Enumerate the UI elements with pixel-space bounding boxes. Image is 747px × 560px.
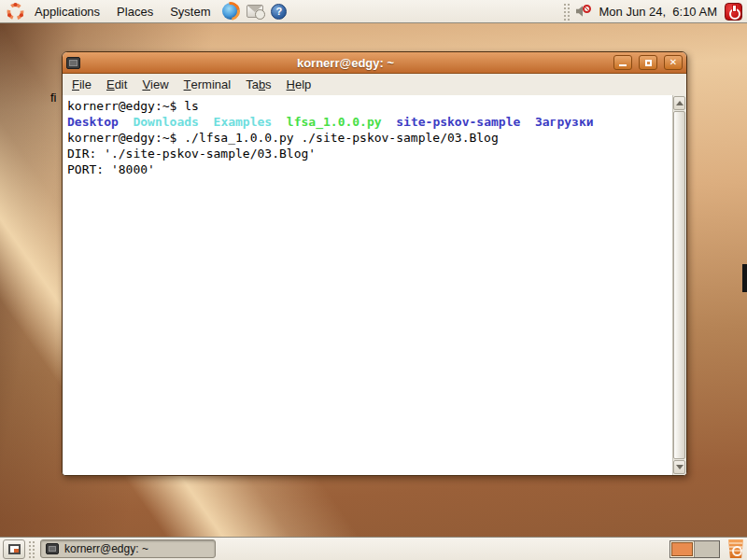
menubar-item-edit[interactable]: Edit (99, 74, 134, 95)
window-title: kornerr@edgy: ~ (84, 56, 607, 70)
menubar-item-view[interactable]: View (134, 74, 176, 95)
workspace-2[interactable] (695, 541, 719, 557)
desktop-icon-label[interactable]: fi (50, 91, 57, 105)
terminal-text-segment: kornerr@edgy:~$ ./lfsa_1.0.0.py ./site-p… (67, 131, 499, 145)
scroll-down-button[interactable] (673, 460, 685, 474)
terminal-text-segment (520, 115, 535, 129)
trash-icon[interactable] (727, 539, 744, 558)
menu-places[interactable]: Places (108, 0, 162, 22)
scroll-up-button[interactable] (673, 96, 685, 110)
show-desktop-icon (8, 544, 21, 554)
quit-power-button[interactable] (725, 3, 742, 21)
terminal-text-segment (199, 115, 214, 129)
close-button[interactable]: ✕ (664, 55, 683, 70)
menubar-item-terminal[interactable]: Terminal (176, 74, 239, 95)
terminal-line: kornerr@edgy:~$ ./lfsa_1.0.0.py ./site-p… (67, 130, 670, 146)
screen-edge-artifact (742, 264, 747, 292)
menubar-item-tabs[interactable]: Tabs (238, 74, 278, 95)
clock[interactable]: Mon Jun 24, 6:10 AM (594, 5, 723, 19)
terminal-text-segment: PORT: '8000' (67, 162, 155, 176)
terminal-text-segment: kornerr@edgy:~$ ls (67, 99, 199, 113)
terminal-text-segment (272, 115, 287, 129)
help-icon[interactable] (271, 4, 287, 20)
terminal-text-segment: lfsa_1.0.0.py (287, 115, 382, 129)
menubar-item-file[interactable]: File (64, 74, 99, 95)
arrow-up-icon (676, 101, 684, 105)
maximize-button[interactable] (639, 55, 657, 70)
menubar-item-help[interactable]: Help (279, 74, 319, 95)
evolution-mail-icon[interactable] (247, 5, 263, 18)
terminal-output[interactable]: kornerr@edgy:~$ lsDesktop Downloads Exam… (63, 95, 672, 475)
workspace-1[interactable] (670, 541, 695, 557)
terminal-text-segment: DIR: './site-pskov-sample/03.Blog' (67, 147, 316, 161)
show-desktop-button[interactable] (3, 539, 25, 559)
menu-system[interactable]: System (162, 0, 218, 22)
menubar: FileEditViewTerminalTabsHelp (63, 74, 686, 95)
volume-muted-icon[interactable] (576, 5, 591, 19)
terminal-line: Desktop Downloads Examples lfsa_1.0.0.py… (67, 114, 670, 130)
terminal-text-segment: site-pskov-sample (396, 115, 520, 129)
taskbar-window-button[interactable]: kornerr@edgy: ~ (40, 539, 216, 558)
terminal-text-segment: Загрузки (535, 115, 594, 129)
terminal-window: kornerr@edgy: ~ ✕ FileEditViewTerminalTa… (62, 51, 687, 476)
menu-applications[interactable]: Applications (26, 0, 108, 22)
terminal-text-segment: Examples (214, 115, 273, 129)
workspace-switcher (669, 540, 720, 558)
terminal-icon (46, 543, 59, 554)
scrollbar[interactable] (672, 95, 686, 475)
terminal-text-segment (382, 115, 397, 129)
applet-drag-handle[interactable] (563, 3, 571, 21)
taskbar-window-label: kornerr@edgy: ~ (64, 542, 148, 555)
arrow-down-icon (676, 465, 684, 469)
bottom-panel: kornerr@edgy: ~ (0, 537, 747, 560)
top-panel: Applications Places System Mon Jun 24, 6… (0, 0, 747, 23)
terminal-line: DIR: './site-pskov-sample/03.Blog' (67, 146, 670, 161)
titlebar[interactable]: kornerr@edgy: ~ ✕ (63, 52, 686, 74)
ubuntu-logo-icon[interactable] (7, 3, 24, 21)
scrollbar-thumb[interactable] (673, 111, 685, 459)
minimize-button[interactable] (613, 55, 632, 70)
terminal-line: kornerr@edgy:~$ ls (67, 98, 670, 114)
terminal-line: PORT: '8000' (67, 161, 670, 177)
firefox-icon[interactable] (222, 3, 239, 20)
window-list-handle[interactable] (28, 540, 35, 558)
terminal-window-icon (66, 57, 80, 69)
terminal-text-segment (119, 115, 134, 129)
terminal-text-segment: Desktop (67, 115, 119, 129)
terminal-text-segment: Downloads (133, 115, 198, 129)
desktop: Applications Places System Mon Jun 24, 6… (0, 0, 747, 560)
